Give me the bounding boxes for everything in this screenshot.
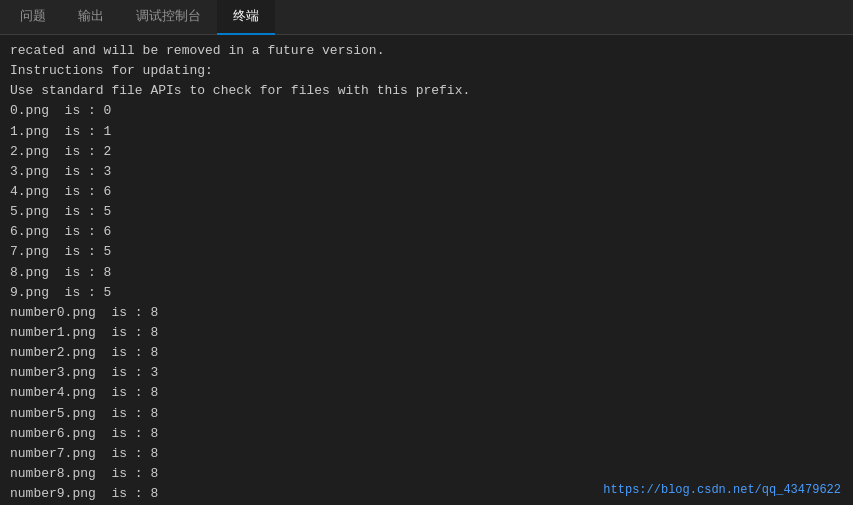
terminal-line: 0.png is : 0 (10, 103, 111, 118)
terminal-line: 6.png is : 6 (10, 224, 111, 239)
csdn-url[interactable]: https://blog.csdn.net/qq_43479622 (603, 483, 841, 497)
terminal-line: number9.png is : 8 (10, 486, 158, 501)
terminal-line: 7.png is : 5 (10, 244, 111, 259)
tab-output[interactable]: 输出 (62, 0, 120, 35)
terminal-line: recated and will be removed in a future … (10, 43, 384, 58)
terminal-line: 3.png is : 3 (10, 164, 111, 179)
terminal-line: number6.png is : 8 (10, 426, 158, 441)
terminal-output: recated and will be removed in a future … (10, 41, 843, 504)
terminal-line: 2.png is : 2 (10, 144, 111, 159)
terminal-line: number8.png is : 8 (10, 466, 158, 481)
terminal-line: number1.png is : 8 (10, 325, 158, 340)
terminal-line: number7.png is : 8 (10, 446, 158, 461)
terminal-line: number3.png is : 3 (10, 365, 158, 380)
terminal-line: number0.png is : 8 (10, 305, 158, 320)
tab-problems[interactable]: 问题 (4, 0, 62, 35)
terminal-line: 8.png is : 8 (10, 265, 111, 280)
terminal-line: number5.png is : 8 (10, 406, 158, 421)
tab-terminal[interactable]: 终端 (217, 0, 275, 35)
terminal-line: 4.png is : 6 (10, 184, 111, 199)
terminal-line: number4.png is : 8 (10, 385, 158, 400)
terminal-line: Instructions for updating: (10, 63, 213, 78)
terminal-line: Use standard file APIs to check for file… (10, 83, 470, 98)
tab-bar: 问题 输出 调试控制台 终端 (0, 0, 853, 35)
terminal-line: 1.png is : 1 (10, 124, 111, 139)
tab-debug-console[interactable]: 调试控制台 (120, 0, 217, 35)
terminal-line: number2.png is : 8 (10, 345, 158, 360)
terminal-body: recated and will be removed in a future … (0, 35, 853, 505)
terminal-line: 9.png is : 5 (10, 285, 111, 300)
terminal-line: 5.png is : 5 (10, 204, 111, 219)
